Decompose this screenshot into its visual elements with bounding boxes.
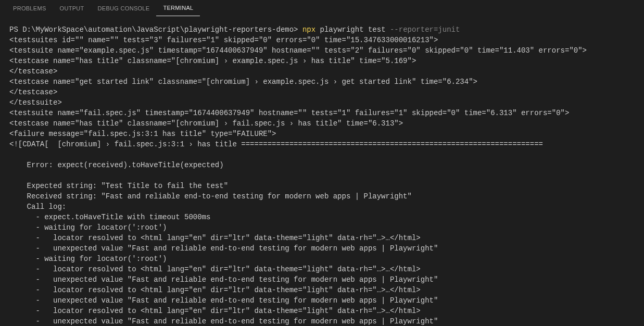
panel-tabs: PROBLEMS OUTPUT DEBUG CONSOLE TERMINAL bbox=[0, 0, 644, 17]
output-line: - expect.toHaveTitle with timeout 5000ms bbox=[9, 213, 210, 221]
cmd-flag: --reporter=junit bbox=[390, 26, 460, 34]
output-line: <testcase name="get started link" classn… bbox=[9, 78, 477, 86]
output-line: - locator resolved to <html lang="en" di… bbox=[9, 286, 421, 294]
output-line: - unexpected value "Fast and reliable en… bbox=[9, 275, 438, 284]
output-line: - unexpected value "Fast and reliable en… bbox=[9, 317, 438, 325]
output-line: Expected string: "Test Title to fail the… bbox=[9, 182, 228, 190]
output-line: Error: expect(received).toHaveTitle(expe… bbox=[9, 161, 224, 169]
output-line: <testcase name="has title" classname="[c… bbox=[9, 57, 416, 65]
tab-terminal[interactable]: TERMINAL bbox=[156, 1, 200, 16]
output-line: - locator resolved to <html lang="en" di… bbox=[9, 307, 421, 315]
output-line: <testcase name="has title" classname="[c… bbox=[9, 119, 403, 128]
terminal-prompt: PS D:\MyWorkSpace\automation\JavaScript\… bbox=[9, 26, 302, 34]
output-line: - waiting for locator(':root') bbox=[9, 255, 167, 263]
cmd-args: playwright test bbox=[315, 26, 390, 34]
cmd-npx: npx bbox=[302, 26, 315, 34]
output-line: <![CDATA[ [chromium] › fail.spec.js:3:1 … bbox=[9, 140, 543, 148]
output-line: </testsuite> bbox=[9, 98, 62, 107]
output-line: <testsuite name="example.spec.js" timest… bbox=[9, 46, 587, 55]
output-line: Received string: "Fast and reliable end-… bbox=[9, 192, 412, 200]
tab-problems[interactable]: PROBLEMS bbox=[6, 1, 53, 16]
output-line: - unexpected value "Fast and reliable en… bbox=[9, 296, 438, 305]
output-line: - locator resolved to <html lang="en" di… bbox=[9, 234, 421, 242]
tab-output[interactable]: OUTPUT bbox=[53, 1, 91, 16]
tab-debug-console[interactable]: DEBUG CONSOLE bbox=[91, 1, 157, 16]
output-line: <testsuites id="" name="" tests="3" fail… bbox=[9, 36, 438, 44]
output-line: - waiting for locator(':root') bbox=[9, 223, 167, 232]
output-line: </testcase> bbox=[9, 67, 57, 76]
output-line: </testcase> bbox=[9, 88, 57, 96]
output-line: - locator resolved to <html lang="en" di… bbox=[9, 265, 421, 273]
output-line: Call log: bbox=[9, 203, 66, 211]
output-line: <testsuite name="fail.spec.js" timestamp… bbox=[9, 109, 569, 117]
output-line: - unexpected value "Fast and reliable en… bbox=[9, 244, 438, 253]
output-line: <failure message="fail.spec.js:3:1 has t… bbox=[9, 130, 276, 138]
terminal-body[interactable]: PS D:\MyWorkSpace\automation\JavaScript\… bbox=[0, 17, 644, 326]
